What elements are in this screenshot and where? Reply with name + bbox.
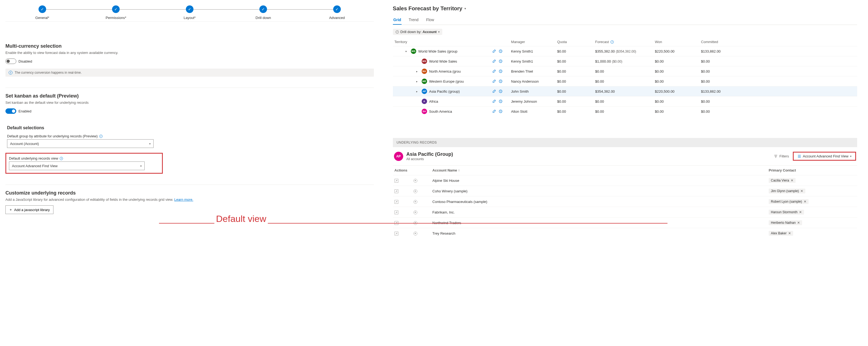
forecast-row[interactable]: WS World Wide Sales Kenny Smith1 $0.00 $…	[393, 56, 857, 66]
currency-info-banner: i The currency conversion happens in rea…	[5, 69, 374, 77]
open-record-icon[interactable]: ↗	[395, 232, 398, 236]
remove-icon[interactable]: ✕	[797, 221, 800, 224]
add-icon[interactable]: +	[413, 200, 417, 204]
expand-icon[interactable]: ▸	[416, 70, 420, 73]
tab-flow[interactable]: Flow	[426, 15, 435, 25]
view-selector[interactable]: Account Advanced Find View ▾	[795, 153, 854, 159]
step-drilldown[interactable]: ✓ Drill down	[226, 5, 300, 20]
contact-pill[interactable]: Haroun Stormonth✕	[769, 210, 804, 215]
open-record-icon[interactable]: ↗	[395, 189, 398, 193]
multi-currency-toggle[interactable]: Disabled	[5, 59, 32, 64]
forecast-row[interactable]: SA South America Alton Stott $0.00 $0.00…	[393, 106, 857, 116]
share-icon[interactable]	[492, 69, 496, 73]
customize-title: Customize underlying records	[5, 190, 374, 196]
history-icon[interactable]	[499, 109, 502, 113]
drill-down-pill[interactable]: i Drill down by: Account ▾	[393, 29, 442, 35]
contact-pill[interactable]: Heriberto Nathan✕	[769, 220, 802, 225]
manager-cell: Jeremy Johnson	[511, 99, 557, 104]
add-icon[interactable]: +	[413, 232, 417, 236]
remove-icon[interactable]: ✕	[804, 200, 806, 204]
default-view-select[interactable]: Account Advanced Find View ▾	[9, 162, 145, 170]
account-row[interactable]: ↗ + Fabrikam, Inc. Haroun Stormonth✕	[393, 207, 857, 217]
history-icon[interactable]	[499, 59, 502, 63]
customize-desc: Add a JavaScript library for advanced co…	[5, 198, 374, 202]
remove-icon[interactable]: ✕	[788, 231, 791, 235]
territory-avatar: WS	[411, 48, 416, 54]
committed-cell: $0.00	[701, 109, 747, 113]
kanban-toggle[interactable]: Enabled	[5, 108, 31, 114]
info-icon[interactable]: i	[99, 135, 102, 138]
account-row[interactable]: ↗ + Alpine Ski House Cacilia Viera✕	[393, 175, 857, 185]
add-icon[interactable]: +	[413, 210, 417, 214]
expand-icon[interactable]: ▸	[416, 90, 420, 93]
multi-currency-desc: Enable the ability to view forecast data…	[5, 51, 374, 55]
grid-header: Territory Manager Quota Forecasti Won Co…	[393, 38, 857, 46]
toggle-label: Disabled	[19, 59, 32, 63]
step-layout[interactable]: ✓ Layout*	[153, 5, 226, 20]
forecast-cell: $354,382.00	[595, 90, 655, 94]
expand-icon[interactable]: ▸	[416, 80, 420, 83]
expand-icon[interactable]: ▾	[405, 50, 409, 53]
committed-cell: $0.00	[701, 79, 747, 83]
forecast-title[interactable]: Sales Forecast by Territory ▾	[393, 5, 857, 12]
share-icon[interactable]	[492, 90, 496, 93]
learn-more-link[interactable]: Learn more.	[174, 198, 193, 202]
contact-pill[interactable]: Alex Baker✕	[769, 231, 793, 236]
contact-pill[interactable]: Jim Glynn (sample)✕	[769, 188, 805, 194]
history-icon[interactable]	[499, 90, 502, 93]
share-icon[interactable]	[492, 109, 496, 113]
manager-cell: Brenden Thiel	[511, 69, 557, 73]
group-by-select[interactable]: Account (Account) ▾	[7, 139, 154, 148]
share-icon[interactable]	[492, 59, 496, 63]
step-advanced[interactable]: ✓ Advanced	[300, 5, 374, 20]
forecast-cell: $0.00	[595, 109, 655, 113]
account-row[interactable]: ↗ + Coho Winery (sample) Jim Glynn (samp…	[393, 185, 857, 196]
quota-cell: $0.00	[557, 59, 595, 63]
tab-grid[interactable]: Grid	[393, 15, 402, 25]
contact-pill[interactable]: Cacilia Viera✕	[769, 178, 796, 183]
plus-icon: ＋	[9, 207, 12, 212]
remove-icon[interactable]: ✕	[791, 179, 794, 182]
share-icon[interactable]	[492, 49, 496, 53]
forecast-cell: $0.00	[595, 69, 655, 73]
contact-pill[interactable]: Robert Lyon (sample)✕	[769, 199, 809, 204]
forecast-row[interactable]: ▸ NA North America (grou Brenden Thiel $…	[393, 66, 857, 76]
kanban-title: Set kanban as default (Preview)	[5, 93, 374, 99]
forecast-row[interactable]: ▸ WE Western Europe (grou Nancy Andersso…	[393, 76, 857, 86]
open-record-icon[interactable]: ↗	[395, 200, 398, 204]
share-icon[interactable]	[492, 99, 496, 103]
step-permissions[interactable]: ✓ Permissions*	[79, 5, 153, 20]
history-icon[interactable]	[499, 99, 502, 103]
sort-asc-icon[interactable]: ↑	[458, 168, 460, 172]
open-record-icon[interactable]: ↗	[395, 210, 398, 214]
add-js-library-button[interactable]: ＋ Add a javascript library	[5, 205, 54, 214]
forecast-row[interactable]: A Africa Jeremy Johnson $0.00 $0.00 $0.0…	[393, 96, 857, 106]
step-general[interactable]: ✓ General*	[5, 5, 79, 20]
forecast-row[interactable]: ▸ AP Asia Pacific (group) John Smith $0.…	[393, 86, 857, 96]
territory-name: Africa	[429, 99, 438, 104]
history-icon[interactable]	[499, 69, 502, 73]
tab-trend[interactable]: Trend	[408, 15, 419, 25]
add-icon[interactable]: +	[413, 189, 417, 193]
filters-button[interactable]: Filters	[774, 154, 789, 158]
history-icon[interactable]	[499, 79, 502, 83]
remove-icon[interactable]: ✕	[800, 189, 803, 193]
info-icon[interactable]: i	[611, 40, 614, 44]
history-icon[interactable]	[499, 49, 502, 53]
info-icon: i	[9, 71, 12, 74]
remove-icon[interactable]: ✕	[799, 210, 802, 214]
share-icon[interactable]	[492, 79, 496, 83]
info-icon[interactable]: i	[60, 157, 63, 160]
add-icon[interactable]: +	[413, 179, 417, 183]
account-row[interactable]: ↗ + Trey Research Alex Baker✕	[393, 228, 857, 238]
won-cell: $0.00	[655, 109, 701, 113]
manager-cell: Nancy Andersson	[511, 79, 557, 83]
account-row[interactable]: ↗ + Contoso Pharmaceuticals (sample) Rob…	[393, 196, 857, 207]
manager-cell: John Smith	[511, 90, 557, 94]
group-subtitle: All accounts	[406, 157, 453, 161]
forecast-cell: $1,000.00($0.00)	[595, 59, 655, 63]
quota-cell: $0.00	[557, 109, 595, 113]
open-record-icon[interactable]: ↗	[395, 179, 398, 183]
account-row[interactable]: ↗ + Northwind Traders Heriberto Nathan✕	[393, 217, 857, 228]
forecast-row[interactable]: ▾ WS World Wide Sales (group Kenny Smith…	[393, 46, 857, 56]
